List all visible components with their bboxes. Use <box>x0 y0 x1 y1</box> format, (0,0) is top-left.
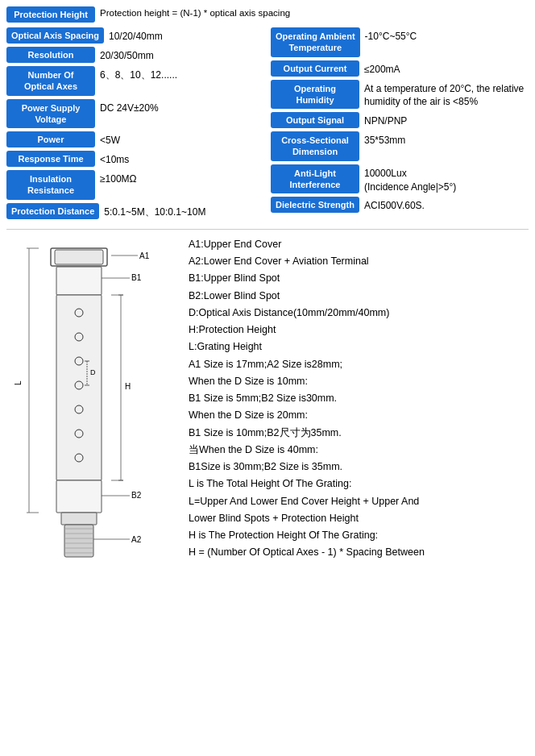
svg-text:B1: B1 <box>131 273 142 282</box>
desc-a2: A2:Lower End Cover + Aviation Terminal <box>189 253 529 270</box>
specs-container: Optical Axis Spacing 10/20/40mm Resoluti… <box>6 27 529 222</box>
grating-diagram: A1 B1 D <box>6 236 176 575</box>
svg-rect-4 <box>56 267 102 295</box>
svg-rect-33 <box>64 525 93 557</box>
label-response-time: Response Time <box>6 151 95 167</box>
spec-output-signal: Output Signal NPN/PNP <box>271 112 529 128</box>
spec-power: Power <5W <box>6 131 264 147</box>
value-power: <5W <box>100 131 120 147</box>
label-power-supply-voltage: Power SupplyVoltage <box>6 99 95 129</box>
desc-b1: B1:Upper Blind Spot <box>189 270 529 287</box>
svg-rect-25 <box>56 480 102 513</box>
value-resolution: 20/30/50mm <box>100 47 154 63</box>
desc-l: L:Grating Height <box>189 339 529 355</box>
desc-h-total: H is The Protection Height Of The Gratin… <box>189 527 529 544</box>
svg-text:H: H <box>125 382 131 391</box>
desc-a1-size: A1 Size is 17mm;A2 Size is28mm; <box>189 356 529 373</box>
desc-l-formula1: L=Upper And Lower End Cover Height + Upp… <box>189 493 529 510</box>
diagram-container: A1 B1 D <box>6 236 176 577</box>
svg-rect-32 <box>61 513 97 525</box>
value-operating-humidity: At a temperature of 20°C, the relative h… <box>364 80 529 110</box>
label-anti-light-interference: Anti-LightInterference <box>271 164 359 194</box>
specs-right: Operating AmbientTemperature -10°C~55°C … <box>271 27 529 222</box>
label-power: Power <box>6 131 95 147</box>
desc-d20-b: B1 Size is 10mm;B2尺寸为35mm. <box>189 425 529 442</box>
desc-b2: B2:Lower Blind Spot <box>189 288 529 305</box>
label-operating-humidity: OperatingHumidity <box>271 80 359 110</box>
desc-l-formula2: Lower Blind Spots + Protection Height <box>189 510 529 527</box>
value-number-optical-axes: 6、8、10、12...... <box>100 66 177 82</box>
spec-protection-distance: Protection Distance 5:0.1~5M、10:0.1~10M <box>6 203 264 219</box>
spec-dielectric-strength: Dielectric Strength ACI500V.60S. <box>271 197 529 213</box>
desc-l-total: L is The Total Height Of The Grating: <box>189 476 529 492</box>
label-output-signal: Output Signal <box>271 112 359 128</box>
svg-text:A1: A1 <box>139 251 150 260</box>
label-number-optical-axes: Number OfOptical Axes <box>6 66 95 96</box>
label-dielectric-strength: Dielectric Strength <box>271 197 359 213</box>
svg-rect-7 <box>56 295 102 480</box>
spec-ambient-temp: Operating AmbientTemperature -10°C~55°C <box>271 27 529 57</box>
desc-d10-b: B1 Size is 5mm;B2 Size is30mm. <box>189 390 529 407</box>
specs-left: Optical Axis Spacing 10/20/40mm Resoluti… <box>6 27 264 222</box>
spec-cross-sectional-dimension: Cross-SectionalDimension 35*53mm <box>271 131 529 161</box>
desc-when-d20: When the D Size is 20mm: <box>189 407 529 424</box>
desc-a1: A1:Upper End Cover <box>189 236 529 253</box>
spec-optical-axis-spacing: Optical Axis Spacing 10/20/40mm <box>6 27 264 44</box>
spec-output-current: Output Current ≤200mA <box>271 60 529 77</box>
spec-operating-humidity: OperatingHumidity At a temperature of 20… <box>271 80 529 110</box>
value-output-signal: NPN/PNP <box>364 112 407 128</box>
section-divider <box>6 229 529 230</box>
desc-when-d10: When the D Size is 10mm: <box>189 373 529 390</box>
protection-height-label: Protection Height <box>6 6 95 23</box>
label-insulation-resistance: InsulationResistance <box>6 170 95 200</box>
protection-height-note: Protection height = (N-1) * optical axis… <box>100 6 290 19</box>
spec-insulation-resistance: InsulationResistance ≥100MΩ <box>6 170 264 200</box>
value-insulation-resistance: ≥100MΩ <box>100 170 137 186</box>
value-cross-sectional-dimension: 35*53mm <box>364 131 405 147</box>
desc-h-formula: H = (Number Of Optical Axes - 1) * Spaci… <box>189 544 529 561</box>
label-protection-distance: Protection Distance <box>6 203 99 219</box>
value-response-time: <10ms <box>100 151 129 167</box>
protection-height-row: Protection Height Protection height = (N… <box>6 6 529 23</box>
spec-anti-light-interference: Anti-LightInterference 10000Lux(Incidenc… <box>271 164 529 194</box>
spec-number-optical-axes: Number OfOptical Axes 6、8、10、12...... <box>6 66 264 96</box>
label-ambient-temp: Operating AmbientTemperature <box>271 27 360 57</box>
spec-power-supply-voltage: Power SupplyVoltage DC 24V±20% <box>6 99 264 129</box>
svg-text:A2: A2 <box>131 535 142 544</box>
desc-d40-b: B1Size is 30mm;B2 Size is 35mm. <box>189 459 529 476</box>
label-output-current: Output Current <box>271 60 359 77</box>
svg-text:L: L <box>14 380 23 385</box>
svg-rect-1 <box>55 250 103 264</box>
diagram-section: A1 B1 D <box>6 236 529 577</box>
spec-resolution: Resolution 20/30/50mm <box>6 47 264 63</box>
label-resolution: Resolution <box>6 47 95 63</box>
value-optical-axis-spacing: 10/20/40mm <box>109 27 163 44</box>
value-ambient-temp: -10°C~55°C <box>365 27 417 44</box>
label-cross-sectional-dimension: Cross-SectionalDimension <box>271 131 359 161</box>
label-optical-axis-spacing: Optical Axis Spacing <box>6 27 104 44</box>
value-dielectric-strength: ACI500V.60S. <box>364 197 425 213</box>
value-anti-light-interference: 10000Lux(Incidence Angle|>5°) <box>364 164 456 194</box>
desc-h: H:Protection Height <box>189 322 529 339</box>
spec-response-time: Response Time <10ms <box>6 151 264 167</box>
desc-d: D:Optical Axis Distance(10mm/20mm/40mm) <box>189 305 529 322</box>
page-container: Protection Height Protection height = (N… <box>6 6 529 577</box>
desc-when-d40: 当When the D Size is 40mm: <box>189 442 529 459</box>
value-protection-distance: 5:0.1~5M、10:0.1~10M <box>104 203 205 219</box>
value-power-supply-voltage: DC 24V±20% <box>100 99 159 115</box>
description-list: A1:Upper End Cover A2:Lower End Cover + … <box>189 236 529 577</box>
value-output-current: ≤200mA <box>364 60 400 77</box>
svg-text:B2: B2 <box>131 491 142 500</box>
svg-text:D: D <box>90 368 96 376</box>
